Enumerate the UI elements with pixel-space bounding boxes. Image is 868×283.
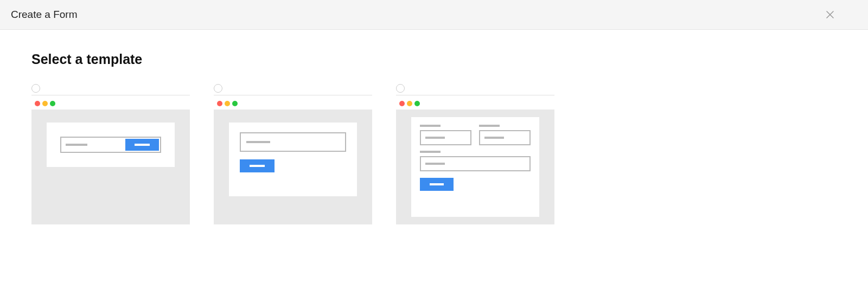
template-preview (214, 99, 372, 224)
traffic-light-yellow-icon (42, 101, 48, 106)
preview-submit-button (240, 159, 275, 172)
traffic-light-red-icon (217, 101, 222, 106)
traffic-light-green-icon (50, 101, 55, 106)
button-label-line (135, 144, 150, 146)
window-traffic-lights (31, 99, 190, 110)
preview-canvas (396, 110, 554, 224)
preview-input (479, 130, 531, 145)
template-option-stacked[interactable] (214, 85, 372, 224)
preview-label-line (479, 125, 500, 127)
traffic-light-red-icon (399, 101, 405, 106)
preview-submit-button (420, 178, 454, 191)
preview-card (229, 123, 357, 196)
traffic-light-green-icon (232, 101, 238, 106)
close-button[interactable] (825, 9, 835, 20)
placeholder-line (484, 137, 504, 139)
preview-input (240, 132, 346, 152)
template-radio-row (214, 85, 372, 95)
template-preview (396, 99, 554, 224)
preview-field-group (420, 151, 531, 171)
placeholder-line (425, 137, 445, 139)
window-traffic-lights (396, 99, 554, 110)
preview-label-line (420, 125, 441, 127)
template-radio-row (31, 85, 190, 95)
preview-inline-input (60, 137, 161, 153)
preview-submit-button (125, 139, 159, 151)
preview-two-column (420, 125, 531, 145)
template-preview (31, 99, 190, 224)
preview-field-group (479, 125, 531, 145)
placeholder-line (66, 144, 87, 146)
section-heading: Select a template (31, 52, 837, 67)
preview-input (420, 130, 471, 145)
preview-input (420, 156, 531, 171)
preview-card (411, 117, 539, 217)
traffic-light-red-icon (35, 101, 40, 106)
template-radio-row (396, 85, 554, 95)
placeholder-line (246, 141, 270, 143)
preview-label-line (420, 151, 441, 153)
preview-canvas (214, 110, 372, 224)
preview-card (47, 123, 175, 167)
button-label-line (430, 183, 444, 185)
modal-header: Create a Form (0, 0, 868, 30)
radio-unchecked-icon[interactable] (31, 84, 40, 93)
close-icon (826, 10, 834, 19)
preview-canvas (31, 110, 190, 224)
template-list (31, 85, 837, 224)
modal-title: Create a Form (11, 9, 77, 21)
button-label-line (250, 165, 265, 167)
traffic-light-green-icon (414, 101, 420, 106)
radio-unchecked-icon[interactable] (396, 84, 405, 93)
modal-content: Select a template (0, 30, 868, 246)
template-option-multi-field[interactable] (396, 85, 554, 224)
preview-field-group (420, 125, 471, 145)
traffic-light-yellow-icon (407, 101, 412, 106)
window-traffic-lights (214, 99, 372, 110)
traffic-light-yellow-icon (225, 101, 230, 106)
radio-unchecked-icon[interactable] (214, 84, 222, 93)
template-option-inline[interactable] (31, 85, 190, 224)
placeholder-line (425, 163, 445, 165)
